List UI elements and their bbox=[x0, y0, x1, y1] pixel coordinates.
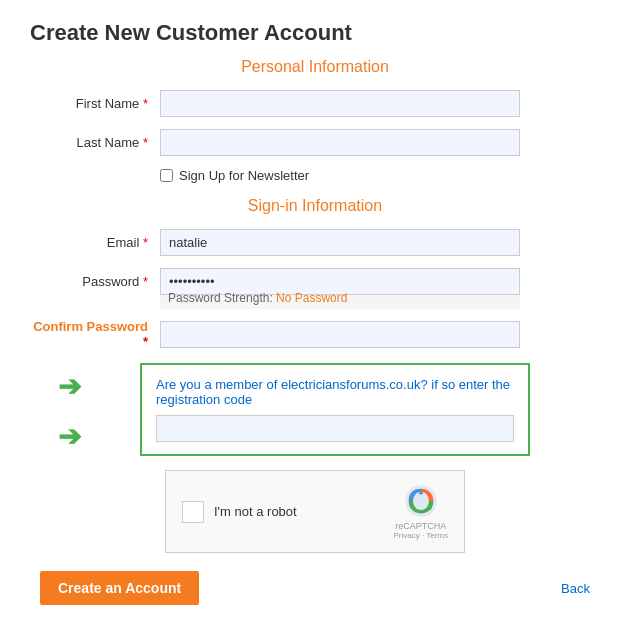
arrow-icon-2: ➔ bbox=[58, 423, 81, 451]
last-name-row: Last Name * bbox=[30, 129, 600, 156]
first-name-input[interactable] bbox=[160, 90, 520, 117]
arrows-container: ➔ ➔ bbox=[58, 373, 81, 451]
back-link[interactable]: Back bbox=[561, 581, 590, 596]
first-name-row: First Name * bbox=[30, 90, 600, 117]
email-row: Email * bbox=[30, 229, 600, 256]
recaptcha-icon bbox=[403, 483, 439, 519]
email-label: Email * bbox=[30, 235, 160, 250]
captcha-label: I'm not a robot bbox=[214, 504, 297, 519]
password-label: Password * bbox=[30, 274, 160, 289]
confirm-password-label: Confirm Password * bbox=[30, 319, 160, 349]
last-name-input[interactable] bbox=[160, 129, 520, 156]
recaptcha-brand: reCAPTCHA bbox=[395, 521, 446, 531]
password-strength-value: No Password bbox=[276, 291, 347, 305]
form-actions: Create an Account Back bbox=[30, 571, 600, 605]
highlight-section: ➔ ➔ Are you a member of electriciansforu… bbox=[30, 363, 600, 456]
newsletter-row: Sign Up for Newsletter bbox=[160, 168, 600, 183]
personal-section-title: Personal Information bbox=[30, 58, 600, 76]
recaptcha-links: Privacy · Terms bbox=[393, 531, 448, 540]
recaptcha-logo: reCAPTCHA Privacy · Terms bbox=[393, 483, 448, 540]
captcha-checkbox[interactable] bbox=[182, 501, 204, 523]
confirm-password-input[interactable] bbox=[160, 321, 520, 348]
page-title: Create New Customer Account bbox=[30, 20, 600, 46]
captcha-box: I'm not a robot reCAPTCHA Privacy · Term… bbox=[165, 470, 465, 553]
arrow-icon-1: ➔ bbox=[58, 373, 81, 401]
membership-box-text: Are you a member of electriciansforums.c… bbox=[156, 377, 514, 407]
last-name-label: Last Name * bbox=[30, 135, 160, 150]
email-input[interactable] bbox=[160, 229, 520, 256]
signin-section-title: Sign-in Information bbox=[30, 197, 600, 215]
confirm-password-row: Confirm Password * bbox=[30, 319, 600, 349]
newsletter-checkbox[interactable] bbox=[160, 169, 173, 182]
create-account-button[interactable]: Create an Account bbox=[40, 571, 199, 605]
membership-box: Are you a member of electriciansforums.c… bbox=[140, 363, 530, 456]
registration-code-input[interactable] bbox=[156, 415, 514, 442]
first-name-label: First Name * bbox=[30, 96, 160, 111]
captcha-row: I'm not a robot reCAPTCHA Privacy · Term… bbox=[30, 470, 600, 553]
newsletter-label: Sign Up for Newsletter bbox=[179, 168, 309, 183]
